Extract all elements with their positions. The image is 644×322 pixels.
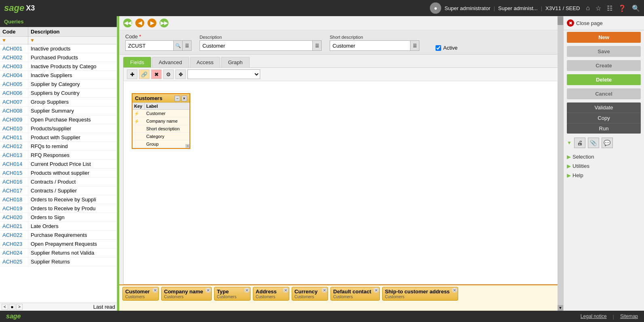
remove-btn[interactable]: ✖	[151, 69, 162, 79]
help-icon[interactable]: ❓	[618, 4, 626, 12]
widget-resize-handle[interactable]: ⌢	[185, 144, 189, 148]
field-card[interactable]: ✕ Ship-to customer address Customers	[382, 287, 458, 301]
list-item[interactable]: ACH001 Inactive products	[0, 44, 117, 53]
desc-input[interactable]	[200, 40, 313, 51]
list-item[interactable]: ACH010 Products/supplier	[0, 124, 117, 133]
search-icon[interactable]: 🔍	[632, 4, 640, 12]
list-item[interactable]: ACH024 Supplier Returns not Valida	[0, 249, 117, 257]
code-input[interactable]	[125, 40, 174, 51]
action-copy-btn[interactable]: Copy	[567, 113, 641, 123]
nav-first-btn[interactable]: ◀◀	[123, 19, 132, 27]
list-item[interactable]: ACH021 Late Orders	[0, 222, 117, 231]
scroll-right-btn[interactable]: >	[16, 304, 23, 310]
field-card[interactable]: ✕ Currency Customers	[292, 287, 328, 301]
section-utilities[interactable]: ▶ Utilities	[567, 161, 641, 171]
list-item[interactable]: ACH011 Product with Supplier	[0, 133, 117, 142]
tab-access[interactable]: Access	[190, 57, 221, 67]
widget-row[interactable]: ⚡ Customer	[133, 110, 189, 117]
add-table-btn[interactable]: ✚	[127, 69, 137, 79]
tab-fields[interactable]: Fields	[123, 57, 151, 67]
field-card[interactable]: ✕ Type Customers	[214, 287, 250, 301]
list-item[interactable]: ACH020 Orders to Sign	[0, 213, 117, 222]
widget-row[interactable]: ⚡ Company name	[133, 117, 189, 125]
properties-btn[interactable]: ⚙	[163, 69, 174, 79]
add-link-btn[interactable]: 🔗	[139, 69, 149, 79]
field-card-close-btn[interactable]: ✕	[206, 288, 210, 293]
field-card[interactable]: ✕ Address Customers	[253, 287, 289, 301]
action-validate-btn[interactable]: Validate	[567, 102, 641, 113]
widget-row[interactable]: Category	[133, 133, 189, 140]
tab-advanced[interactable]: Advanced	[152, 57, 189, 67]
list-item[interactable]: ACH016 Contracts / Product	[0, 178, 117, 186]
short-desc-list-btn[interactable]: ☰	[410, 40, 419, 51]
field-card-close-btn[interactable]: ✕	[244, 288, 249, 293]
field-card-close-btn[interactable]: ✕	[374, 288, 379, 293]
field-card[interactable]: ✕ Default contact Customers	[330, 287, 380, 301]
short-desc-input[interactable]	[330, 40, 410, 51]
list-item[interactable]: ACH004 Inactive Suppliers	[0, 71, 117, 80]
list-item[interactable]: ACH019 Orders to Receive by Produ	[0, 204, 117, 213]
nav-next-btn[interactable]: ▶	[147, 19, 156, 27]
status-link-sitemap[interactable]: Sitemap	[620, 314, 638, 320]
print-btn[interactable]: 🖨	[574, 138, 585, 148]
scroll-thumb[interactable]	[558, 17, 563, 25]
field-card[interactable]: ✕ Customer Customers	[122, 287, 159, 301]
nav-last-btn[interactable]: ▶▶	[160, 19, 168, 27]
list-item[interactable]: ACH023 Open Prepayment Requests	[0, 240, 117, 249]
field-card-close-btn[interactable]: ✕	[283, 288, 288, 293]
chat-btn[interactable]: 💬	[602, 138, 613, 148]
new-button[interactable]: New	[567, 32, 641, 43]
status-link-legal-notice[interactable]: Legal notice	[581, 314, 607, 320]
list-item[interactable]: ACH018 Orders to Receive by Suppli	[0, 195, 117, 204]
desc-list-btn[interactable]: ☰	[313, 40, 322, 51]
list-item[interactable]: ACH015 Products without supplier	[0, 169, 117, 178]
grid-icon[interactable]: ☷	[607, 4, 612, 12]
code-search-btn[interactable]: 🔍	[174, 40, 183, 51]
list-item[interactable]: ACH022 Purchase Requirements	[0, 231, 117, 240]
list-item[interactable]: ACH013 RFQ Responses	[0, 151, 117, 160]
widget-minimize-btn[interactable]: –	[175, 96, 180, 101]
home-icon[interactable]: ⌂	[586, 4, 590, 12]
main-scrollbar[interactable]: ▲ ▼	[558, 16, 563, 311]
section-help[interactable]: ▶ Help	[567, 171, 641, 180]
field-card-close-btn[interactable]: ✕	[322, 288, 327, 293]
code-list-btn[interactable]: ☰	[183, 40, 192, 51]
close-page-btn[interactable]: ✖	[567, 19, 574, 27]
scroll-left-btn[interactable]: <	[2, 304, 8, 310]
list-item[interactable]: ACH007 Group Suppliers	[0, 98, 117, 107]
create-button[interactable]: Create	[567, 60, 641, 71]
list-item[interactable]: ACH002 Purchased Products	[0, 53, 117, 62]
code-filter[interactable]: ▼	[0, 37, 28, 44]
section-selection[interactable]: ▶ Selection	[567, 152, 641, 161]
delete-button[interactable]: Delete	[567, 74, 641, 85]
list-item[interactable]: ACH012 RFQs to remind	[0, 142, 117, 151]
scroll-down-btn[interactable]: ▼	[558, 305, 563, 311]
status-text: Last read	[93, 304, 115, 310]
list-item[interactable]: ACH017 Contracts / Supplier	[0, 186, 117, 195]
action-run-btn[interactable]: Run	[567, 123, 641, 134]
list-item[interactable]: ACH009 Open Purchase Requests	[0, 115, 117, 124]
list-item[interactable]: ACH008 Supplier Summary	[0, 107, 117, 115]
attach-btn[interactable]: 📎	[588, 138, 599, 148]
cancel-button[interactable]: Cancel	[567, 88, 641, 99]
scroll-mid-btn[interactable]: ■	[9, 304, 15, 310]
graph-table-select[interactable]	[187, 69, 260, 79]
desc-filter[interactable]: ▼	[28, 37, 36, 44]
list-item[interactable]: ACH006 Suppliers by Country	[0, 89, 117, 98]
tab-graph[interactable]: Graph	[221, 57, 249, 67]
field-card[interactable]: ✕ Company name Customers	[161, 287, 212, 301]
field-card-close-btn[interactable]: ✕	[452, 288, 457, 293]
widget-close-btn[interactable]: ✕	[181, 96, 187, 101]
list-item[interactable]: ACH005 Supplier by Category	[0, 80, 117, 89]
save-button[interactable]: Save	[567, 46, 641, 57]
field-card-close-btn[interactable]: ✕	[153, 288, 158, 293]
nav-prev-btn[interactable]: ◀	[135, 19, 144, 27]
move-btn[interactable]: ✥	[175, 69, 186, 79]
widget-row[interactable]: Short description	[133, 125, 189, 133]
list-item[interactable]: ACH025 Supplier Returns	[0, 257, 117, 266]
star-icon[interactable]: ☆	[596, 4, 601, 12]
widget-row[interactable]: Group	[133, 140, 189, 148]
list-item[interactable]: ACH014 Current Product Price List	[0, 160, 117, 169]
active-checkbox[interactable]	[436, 45, 441, 51]
list-item[interactable]: ACH003 Inactive Products by Catego	[0, 62, 117, 71]
